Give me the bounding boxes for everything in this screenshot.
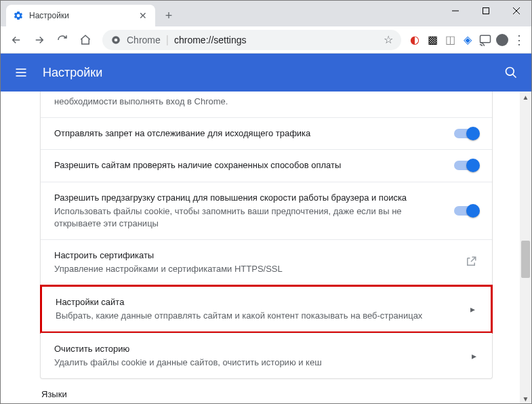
scroll-down-icon[interactable]: ▼ <box>520 393 531 404</box>
extension-icon[interactable]: ◫ <box>443 33 457 47</box>
svg-rect-6 <box>480 35 491 43</box>
hamburger-icon[interactable] <box>13 64 29 81</box>
forward-button[interactable] <box>29 30 49 50</box>
row-title: Настройки сайта <box>56 296 462 308</box>
svg-rect-1 <box>483 8 489 14</box>
row-preload-pages[interactable]: Разрешить предзагрузку страниц для повыш… <box>41 182 492 240</box>
content-area: необходимости выполнять вход в Chrome. О… <box>1 92 531 404</box>
settings-header: Настройки <box>1 54 531 92</box>
extension-icon[interactable]: ◈ <box>461 33 474 47</box>
row-subtitle: Удалить файлы cookie и данные сайтов, оч… <box>54 357 464 369</box>
toggle-switch[interactable] <box>454 206 478 216</box>
settings-card: необходимости выполнять вход в Chrome. О… <box>40 92 493 379</box>
tab-title: Настройки <box>29 11 134 20</box>
chrome-icon <box>110 35 121 45</box>
scroll-thumb[interactable] <box>521 241 530 278</box>
toggle-switch[interactable] <box>454 161 478 170</box>
svg-line-11 <box>513 75 516 78</box>
back-button[interactable] <box>6 30 26 50</box>
row-title: Разрешить сайтам проверять наличие сохра… <box>54 159 446 171</box>
close-window-button[interactable] <box>501 1 531 21</box>
close-icon[interactable]: ✕ <box>138 10 148 21</box>
scrollbar[interactable]: ▲ ▼ <box>520 92 531 404</box>
toggle-switch[interactable] <box>454 129 478 138</box>
window-titlebar: Настройки ✕ + <box>1 1 531 26</box>
chevron-right-icon: ▸ <box>472 350 478 361</box>
maximize-button[interactable] <box>470 1 501 21</box>
reload-button[interactable] <box>52 30 73 50</box>
home-button[interactable] <box>75 30 96 50</box>
omnibox-separator: | <box>166 34 169 46</box>
bookmark-icon[interactable]: ☆ <box>384 33 393 46</box>
svg-point-10 <box>506 68 514 76</box>
extension-icon[interactable]: ▩ <box>426 33 439 47</box>
omnibox-url: chrome://settings <box>174 35 247 45</box>
row-title: Разрешить предзагрузку страниц для повыш… <box>54 192 446 204</box>
new-tab-button[interactable]: + <box>159 6 178 25</box>
omnibox-prefix: Chrome <box>127 35 161 45</box>
row-subtitle: Выбрать, какие данные отправлять сайтам … <box>56 310 462 322</box>
extension-icons: ◐ ▩ ◫ ◈ ⋮ <box>408 33 526 47</box>
row-title: Очистить историю <box>54 343 464 355</box>
row-title: Настроить сертификаты <box>54 249 457 262</box>
profile-icon[interactable] <box>496 34 508 46</box>
page-title: Настройки <box>43 66 503 80</box>
row-clear-history[interactable]: Очистить историю Удалить файлы cookie и … <box>41 333 492 378</box>
minimize-button[interactable] <box>440 1 470 21</box>
row-title: Отправлять запрет на отслеживание для ис… <box>54 127 446 140</box>
row-do-not-track[interactable]: Отправлять запрет на отслеживание для ис… <box>41 117 492 149</box>
browser-toolbar: Chrome | chrome://settings ☆ ◐ ▩ ◫ ◈ ⋮ <box>1 26 531 54</box>
menu-icon[interactable]: ⋮ <box>512 33 526 47</box>
scroll-up-icon[interactable]: ▲ <box>520 92 531 103</box>
cast-icon[interactable] <box>478 33 492 47</box>
row-site-settings[interactable]: Настройки сайта Выбрать, какие данные от… <box>40 285 493 334</box>
extension-icon[interactable]: ◐ <box>408 33 422 47</box>
row-subtitle: необходимости выполнять вход в Chrome. <box>54 96 478 108</box>
external-link-icon <box>465 256 478 269</box>
browser-tab[interactable]: Настройки ✕ <box>6 5 155 26</box>
chevron-right-icon: ▸ <box>470 304 477 315</box>
row-sync-partial[interactable]: необходимости выполнять вход в Chrome. <box>41 92 492 117</box>
row-subtitle: Использовать файлы cookie, чтобы запомни… <box>54 205 446 230</box>
row-payment-check[interactable]: Разрешить сайтам проверять наличие сохра… <box>41 149 492 181</box>
section-languages: Языки <box>40 380 67 399</box>
svg-point-5 <box>115 38 118 41</box>
address-bar[interactable]: Chrome | chrome://settings ☆ <box>102 30 401 50</box>
gear-icon <box>13 10 24 21</box>
window-controls <box>440 1 531 21</box>
search-icon[interactable] <box>503 64 519 81</box>
row-manage-certificates[interactable]: Настроить сертификаты Управление настрой… <box>41 239 492 285</box>
row-subtitle: Управление настройками и сертификатами H… <box>54 263 457 275</box>
